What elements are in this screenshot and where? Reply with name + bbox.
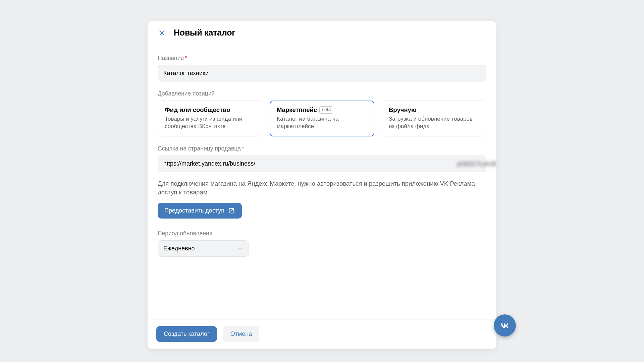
update-period-select-wrap: Ежедневно (158, 240, 249, 257)
required-indicator: * (242, 145, 244, 152)
update-period-section: Период обновления Ежедневно (158, 230, 486, 257)
modal-body: Название* Добавление позиций Фид или соо… (148, 45, 496, 319)
option-manual-desc: Загрузка и обновление товаров из файла ф… (389, 115, 479, 130)
option-marketplace-desc: Каталог из магазина на маркетплейсе (277, 115, 367, 130)
add-positions-label: Добавление позиций (158, 90, 486, 97)
grant-access-button[interactable]: Предоставить доступ (158, 203, 242, 219)
access-info-text: Для подключения магазина на Яндекс.Марке… (158, 179, 486, 197)
add-positions-options: Фид или сообщество Товары и услуги из фи… (158, 101, 486, 136)
option-feed-desc: Товары и услуги из фида или сообщества В… (165, 115, 255, 130)
modal-header: Новый каталог (148, 21, 496, 45)
update-period-value: Ежедневно (163, 245, 195, 252)
seller-link-label: Ссылка на страницу продавца* (158, 145, 486, 152)
update-period-label: Период обновления (158, 230, 486, 237)
body-spacer (158, 265, 486, 309)
name-field-label: Название* (158, 55, 486, 62)
option-feed-community[interactable]: Фид или сообщество Товары и услуги из фи… (158, 101, 262, 136)
catalog-name-input[interactable] (158, 65, 486, 81)
update-period-select[interactable]: Ежедневно (158, 240, 249, 257)
name-label-text: Название (158, 55, 184, 61)
svg-line-3 (231, 208, 234, 211)
option-marketplace[interactable]: Маркетплейс beta Каталог из магазина на … (270, 101, 374, 136)
create-catalog-button[interactable]: Создать каталог (156, 326, 217, 342)
modal-footer: Создать каталог Отмена (148, 319, 496, 349)
option-feed-title: Фид или сообщество (165, 106, 255, 114)
seller-link-input[interactable] (158, 156, 486, 172)
required-indicator: * (185, 55, 187, 61)
name-field-section: Название* (158, 55, 486, 81)
close-icon[interactable] (158, 28, 166, 37)
add-positions-section: Добавление позиций Фид или сообщество То… (158, 90, 486, 136)
modal-title: Новый каталог (174, 28, 235, 38)
option-manual-title: Вручную (389, 106, 479, 114)
grant-access-label: Предоставить доступ (164, 207, 224, 214)
option-manual[interactable]: Вручную Загрузка и обновление товаров из… (382, 101, 486, 136)
vk-icon (499, 320, 511, 331)
seller-link-input-wrap: pO62C7LsKdDs_2D (158, 156, 486, 172)
new-catalog-modal: Новый каталог Название* Добавление позиц… (148, 21, 496, 349)
cancel-button[interactable]: Отмена (223, 326, 260, 342)
seller-link-label-text: Ссылка на страницу продавца (158, 145, 241, 152)
vk-help-fab[interactable] (494, 314, 516, 337)
seller-link-section: Ссылка на страницу продавца* pO62C7LsKdD… (158, 145, 486, 219)
option-marketplace-title-text: Маркетплейс (277, 106, 317, 114)
beta-badge: beta (319, 106, 333, 113)
option-marketplace-title: Маркетплейс beta (277, 106, 367, 114)
external-link-icon (228, 207, 235, 214)
